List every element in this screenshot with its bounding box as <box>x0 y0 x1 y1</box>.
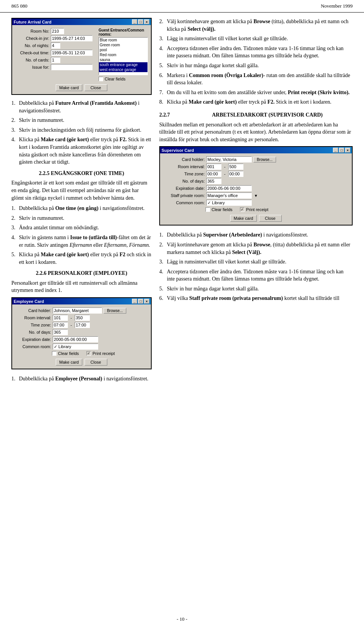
emp-make-card-button[interactable]: Make card <box>56 359 82 366</box>
section-225-para: Engångskortet är ett kort som endast ger… <box>11 179 152 202</box>
emp-tz-from-input[interactable] <box>53 322 68 328</box>
clear-fields-checkbox[interactable] <box>99 77 103 81</box>
section-226: 2.2.6 PERSONALKORT (EMPLOYEE) Personalko… <box>11 270 152 294</box>
emp-close-button[interactable]: × <box>144 299 149 304</box>
rb-item-5: 5. Skriv in hur många dagar kortet skall… <box>159 285 353 293</box>
room-west[interactable]: west entrance garage <box>99 67 147 72</box>
sup-browse-button[interactable]: Browse... <box>253 157 276 162</box>
sup-clearfields-row: Clear fields <box>206 207 232 212</box>
onetime-item-3: 3. Ändra antalet timmar om nödvändigt. <box>11 224 152 232</box>
emp-cardholder-label: Card holder: <box>15 308 51 313</box>
rb-item-6: 6. Välj vilka Staff private room (privat… <box>159 295 353 302</box>
right-column-top: 2. Välj kortinnehavare genom att klicka … <box>159 18 353 385</box>
right-item-2: 2. Välj kortinnehavare genom att klicka … <box>159 18 353 33</box>
minimize-button[interactable]: _ <box>132 19 137 24</box>
maximize-button[interactable]: □ <box>138 19 143 24</box>
sup-tz-from-input[interactable] <box>206 171 221 177</box>
intro-item-3: 3. Skriv in incheckningstiden och följ r… <box>11 126 152 134</box>
checkin-input[interactable] <box>51 35 93 41</box>
sup-clearfields-checkbox[interactable] <box>206 207 210 212</box>
room-pool[interactable]: pool <box>99 47 147 52</box>
room-south[interactable]: south entrance garage <box>99 62 147 67</box>
issue-input[interactable] <box>51 64 93 70</box>
sup-commonroom-input[interactable] <box>206 200 252 206</box>
intro-text: 1. Dubbelklicka på Future Arrival (Framt… <box>11 99 152 166</box>
rb-item-3: 3. Lägg in rumsintervallet till viket ko… <box>159 258 353 266</box>
sup-nodays-input[interactable] <box>206 178 221 184</box>
right-item-6: 6. Markera i Common room (Övriga Lokaler… <box>159 72 353 87</box>
emp-printreceipt-checkbox[interactable]: ✓ <box>86 351 91 356</box>
sup-printreceipt-checkbox[interactable]: ✓ <box>240 207 245 212</box>
emp-cardholder-input[interactable] <box>53 307 102 314</box>
emp-maximize-button[interactable]: □ <box>138 299 143 304</box>
emp-tz-to-input[interactable] <box>75 322 90 328</box>
room-red[interactable]: Red room <box>99 52 147 57</box>
section-225-heading: 2.2.5 ENGÅNGSKORT (ONE TIME) <box>11 170 152 177</box>
nights-label: No. of nights: <box>15 43 49 48</box>
onetime-item-1: 1. Dubbelklicka på One time (en gång) i … <box>11 205 152 212</box>
future-arrival-dialog: Future Arrival Card _ □ × Room No: <box>11 18 152 95</box>
sup-nodays-label: No. of days: <box>163 179 205 183</box>
room-no-input[interactable] <box>51 28 64 34</box>
sup-staffroom-input[interactable] <box>206 192 252 199</box>
sup-room-from-input[interactable] <box>206 164 221 170</box>
page-header: 865 080 November 1999 <box>0 0 364 13</box>
section-226-para: Personalkort ger tillträde till ett rums… <box>11 279 152 294</box>
sup-interval-dash: - <box>223 164 227 169</box>
section-227-num: 2.2.7 <box>159 111 182 119</box>
emp-expdate-input[interactable] <box>53 336 98 342</box>
sup-minimize-button[interactable]: _ <box>333 148 338 153</box>
right-item-7: 7. Om du vill ha ett kvitto som den anst… <box>159 89 353 96</box>
onetime-item-2: 2. Skriv in rumsnumret. <box>11 214 152 222</box>
sup-printreceipt-label: Print receipt <box>246 207 268 212</box>
emp-commonroom-input[interactable] <box>53 344 98 350</box>
onetime-item-4: 4. Skriv in gästens namn i Issue to (utf… <box>11 234 152 249</box>
sup-cardholder-label: Card holder: <box>163 157 205 162</box>
sup-room-to-input[interactable] <box>228 164 243 170</box>
emp-room-from-input[interactable] <box>53 315 68 321</box>
intro-item-2: 2. Skriv in rumsnumret. <box>11 117 152 124</box>
nights-input[interactable] <box>51 43 60 49</box>
sup-tz-to-input[interactable] <box>228 171 243 177</box>
emp-browse-button[interactable]: Browse... <box>104 308 126 314</box>
emp-close-button2[interactable]: Close <box>85 359 107 366</box>
emp-room-to-input[interactable] <box>75 315 90 321</box>
sup-close-button2[interactable]: Close <box>259 215 282 222</box>
room-sauna[interactable]: sauna <box>99 57 147 62</box>
right-item-8: 8. Klicka på Make card (gör kort) eller … <box>159 98 353 106</box>
section-226-heading: 2.2.6 PERSONALKORT (EMPLOYEE) <box>11 270 152 277</box>
sup-cardholder-input[interactable] <box>206 156 252 162</box>
cards-input[interactable] <box>51 57 60 63</box>
right-item-4: 4. Acceptera tidzonen eller ändra den. T… <box>159 45 353 60</box>
fa-make-card-button[interactable]: Make card <box>56 84 82 91</box>
checkout-input[interactable] <box>51 50 93 56</box>
sup-maximize-button[interactable]: □ <box>339 148 344 153</box>
sup-expdate-input[interactable] <box>206 185 252 191</box>
rb-item-4: 4. Acceptera tidzonen eller ändra den. T… <box>159 268 353 283</box>
emp-clearfields-checkbox[interactable] <box>52 351 56 356</box>
tz-dash: - <box>69 323 73 327</box>
issue-label: Issue for: <box>15 65 49 69</box>
sup-make-card-button[interactable]: Make card <box>230 215 256 222</box>
emp-nodays-label: No. of days: <box>15 330 51 334</box>
supervisor-titlebar: Supervisor Card _ □ × <box>160 147 352 153</box>
supervisor-card-dialog: Supervisor Card _ □ × Card holder: Brows… <box>159 146 353 225</box>
employee-card-dialog: Employee Card _ □ × Card holder: Browse.… <box>11 297 152 369</box>
sup-timezone-label: Time zone: <box>163 172 205 176</box>
room-green[interactable]: Green room <box>99 43 147 47</box>
room-no-label: Room No: <box>15 29 49 33</box>
sup-close-button[interactable]: × <box>345 148 350 153</box>
fa-close-button[interactable]: Close <box>85 84 107 91</box>
emp-clearfields-label: Clear fields <box>58 351 79 356</box>
sup-room-interval-label: Room interval: <box>163 164 205 169</box>
checkin-label: Check-in jnr: <box>15 36 49 41</box>
interval-dash: - <box>69 315 73 320</box>
emp-minimize-button[interactable]: _ <box>132 299 137 304</box>
emp-nodays-input[interactable] <box>53 329 68 335</box>
sup-staffroom-dropdown[interactable]: ▼ <box>254 194 258 198</box>
close-button[interactable]: × <box>144 19 149 24</box>
room-blue[interactable]: Blue room <box>99 38 147 43</box>
rooms-listbox[interactable]: Blue room Green room pool Red room sauna… <box>99 37 148 75</box>
header-left: 865 080 <box>11 3 27 9</box>
onetime-item-5: 5. Klicka på Make card (gör kort) eller … <box>11 251 152 266</box>
